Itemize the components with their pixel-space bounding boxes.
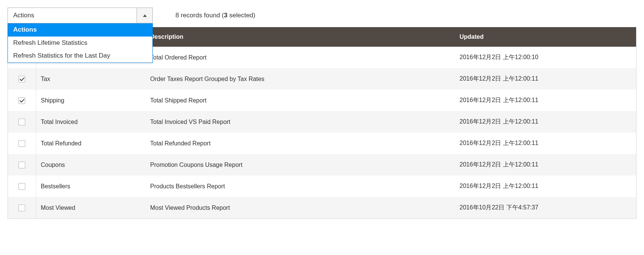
row-report: Shipping <box>36 90 146 111</box>
row-checkbox[interactable] <box>18 76 25 82</box>
row-checkbox[interactable] <box>18 97 25 104</box>
row-description: Order Taxes Report Grouped by Tax Rates <box>146 68 455 90</box>
row-description: Total Invoiced VS Paid Report <box>146 111 455 133</box>
row-report: Coupons <box>36 154 146 176</box>
grid-body: OrdersTotal Ordered Report2016年12月2日 上午1… <box>8 47 636 218</box>
row-checkbox[interactable] <box>18 119 25 125</box>
table-row: BestsellersProducts Bestsellers Report20… <box>8 176 636 197</box>
row-updated: 2016年12月2日 上午12:00:11 <box>455 154 636 176</box>
row-updated: 2016年12月2日 上午12:00:11 <box>455 176 636 197</box>
row-checkbox-cell <box>8 197 36 218</box>
actions-select-trigger[interactable] <box>137 8 152 23</box>
row-report: Tax <box>36 68 146 90</box>
row-checkbox[interactable] <box>18 205 25 211</box>
row-updated: 2016年12月2日 上午12:00:10 <box>455 47 636 68</box>
row-checkbox-cell <box>8 90 36 111</box>
row-description: Total Refunded Report <box>146 133 455 154</box>
row-description: Most Viewed Products Report <box>146 197 455 218</box>
row-updated: 2016年12月2日 上午12:00:11 <box>455 111 636 133</box>
header-description[interactable]: Description <box>146 27 455 47</box>
row-checkbox[interactable] <box>18 162 25 168</box>
records-selected: 3 <box>224 12 227 19</box>
actions-option-2[interactable]: Refresh Statistics for the Last Day <box>8 49 152 63</box>
table-row: ShippingTotal Shipped Report2016年12月2日 上… <box>8 90 636 111</box>
records-found: 8 records found (3 selected) <box>175 12 255 19</box>
row-updated: 2016年10月22日 下午4:57:37 <box>455 197 636 218</box>
row-updated: 2016年12月2日 上午12:00:11 <box>455 90 636 111</box>
row-report: Total Refunded <box>36 133 146 154</box>
table-row: Total RefundedTotal Refunded Report2016年… <box>8 133 636 154</box>
row-checkbox-cell <box>8 111 36 133</box>
row-checkbox-cell <box>8 133 36 154</box>
table-row: CouponsPromotion Coupons Usage Report201… <box>8 154 636 176</box>
row-report: Total Invoiced <box>36 111 146 133</box>
actions-option-1[interactable]: Refresh Lifetime Statistics <box>8 37 152 50</box>
actions-dropdown: Actions ActionsRefresh Lifetime Statisti… <box>8 8 153 23</box>
row-description: Total Ordered Report <box>146 47 455 68</box>
row-description: Promotion Coupons Usage Report <box>146 154 455 176</box>
actions-select-label: Actions <box>8 12 137 19</box>
row-checkbox[interactable] <box>18 183 25 190</box>
triangle-up-icon <box>143 14 147 17</box>
table-row: Total InvoicedTotal Invoiced VS Paid Rep… <box>8 111 636 133</box>
row-checkbox-cell <box>8 154 36 176</box>
row-report: Bestsellers <box>36 176 146 197</box>
row-checkbox-cell <box>8 68 36 90</box>
records-total-suffix: records found ( <box>179 12 224 19</box>
row-checkbox-cell <box>8 176 36 197</box>
row-description: Total Shipped Report <box>146 90 455 111</box>
table-row: TaxOrder Taxes Report Grouped by Tax Rat… <box>8 68 636 90</box>
records-selected-suffix: selected) <box>227 12 255 19</box>
table-row: Most ViewedMost Viewed Products Report20… <box>8 197 636 218</box>
row-report: Most Viewed <box>36 197 146 218</box>
row-description: Products Bestsellers Report <box>146 176 455 197</box>
header-updated[interactable]: Updated <box>455 27 636 47</box>
actions-dropdown-menu: ActionsRefresh Lifetime StatisticsRefres… <box>8 23 153 63</box>
row-checkbox[interactable] <box>18 140 25 147</box>
row-updated: 2016年12月2日 上午12:00:11 <box>455 68 636 90</box>
actions-select[interactable]: Actions <box>8 8 153 23</box>
row-updated: 2016年12月2日 上午12:00:11 <box>455 133 636 154</box>
actions-option-0[interactable]: Actions <box>8 23 152 37</box>
toolbar: Actions ActionsRefresh Lifetime Statisti… <box>8 8 636 23</box>
